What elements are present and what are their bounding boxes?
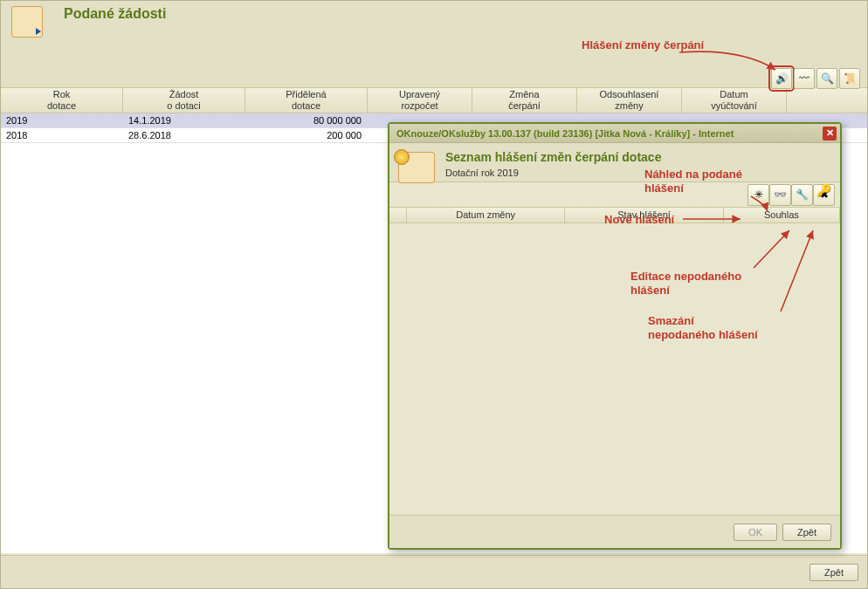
col-change-date[interactable]: Datum změny [407, 208, 565, 223]
col-status[interactable]: Stav hlášení [565, 208, 723, 223]
dialog-table-body [389, 223, 840, 515]
col-consent[interactable]: Souhlas [724, 208, 840, 223]
dialog-table-header: Datum změny Stav hlášení Souhlas [389, 208, 840, 223]
col-approval[interactable]: Odsouhlasení změny [577, 88, 682, 113]
document-icon [11, 6, 43, 38]
page-title: Podané žádosti [64, 6, 166, 22]
report-list-dialog: OKnouze/OKslužby 13.00.137 (build 23136)… [388, 122, 842, 550]
col-date[interactable]: Datum vyúčtování [682, 88, 787, 113]
dialog-titlebar[interactable]: OKnouze/OKslužby 13.00.137 (build 23136)… [389, 124, 840, 143]
col-allocated[interactable]: Přidělená dotace [245, 88, 368, 113]
toolbar-button-3[interactable]: 🔍 [816, 68, 837, 89]
cell-request: 14.1.2019 [123, 114, 245, 127]
edit-report-button[interactable]: 🔧 [791, 184, 813, 206]
search-icon: 🔍 [821, 72, 834, 85]
wave-icon: 〰 [799, 72, 809, 85]
new-icon: ✳ [754, 188, 763, 201]
main-toolbar: 🔊 〰 🔍 📜 [771, 68, 860, 89]
dialog-title: Seznam hlášení změn čerpání dotace [445, 150, 830, 164]
cell-allocated: 200 000 [245, 129, 368, 141]
key-icon: 🔑 [816, 183, 831, 197]
scroll-icon: 📜 [844, 72, 857, 85]
cell-allocated: 80 000 000 [245, 114, 368, 127]
cell-request: 28.6.2018 [123, 129, 245, 141]
back-button[interactable]: Zpět [809, 564, 858, 581]
toolbar-button-4[interactable]: 📜 [839, 68, 860, 89]
col-year[interactable]: Rok dotace [1, 88, 123, 113]
dialog-back-button[interactable]: Zpět [782, 524, 831, 541]
main-footer: Zpět [1, 555, 867, 588]
dialog-titlebar-text: OKnouze/OKslužby 13.00.137 (build 23136)… [396, 128, 734, 139]
cell-year: 2018 [1, 129, 123, 141]
main-header: Podané žádosti 🔊 〰 🔍 📜 [1, 1, 867, 88]
toolbar-button-2[interactable]: 〰 [794, 68, 815, 89]
new-report-button[interactable]: ✳ [747, 184, 769, 206]
col-spacer [389, 208, 407, 223]
wrench-icon: 🔧 [796, 188, 809, 201]
dialog-header: Seznam hlášení změn čerpání dotace Dotač… [389, 143, 840, 181]
dialog-footer: OK Zpět [389, 515, 840, 548]
close-icon: ✕ [826, 127, 834, 139]
view-report-button[interactable]: 👓 [769, 184, 791, 206]
col-adjusted[interactable]: Upravený rozpočet [368, 88, 472, 113]
cell-year: 2019 [1, 114, 123, 127]
col-request[interactable]: Žádost o dotaci [123, 88, 245, 113]
close-button[interactable]: ✕ [823, 127, 837, 140]
document-speaker-icon [398, 152, 435, 183]
report-change-button[interactable]: 🔊 [771, 68, 792, 89]
dialog-subtitle: Dotační rok 2019 [445, 168, 830, 178]
ok-button[interactable]: OK [734, 524, 777, 541]
table-header: Rok dotace Žádost o dotaci Přidělená dot… [1, 88, 867, 113]
dialog-toolbar: ✳ 👓 🔧 ✖ [389, 181, 840, 208]
speaker-icon: 🔊 [775, 72, 789, 85]
glasses-icon: 👓 [774, 188, 787, 201]
col-change[interactable]: Změna čerpání [472, 88, 577, 113]
